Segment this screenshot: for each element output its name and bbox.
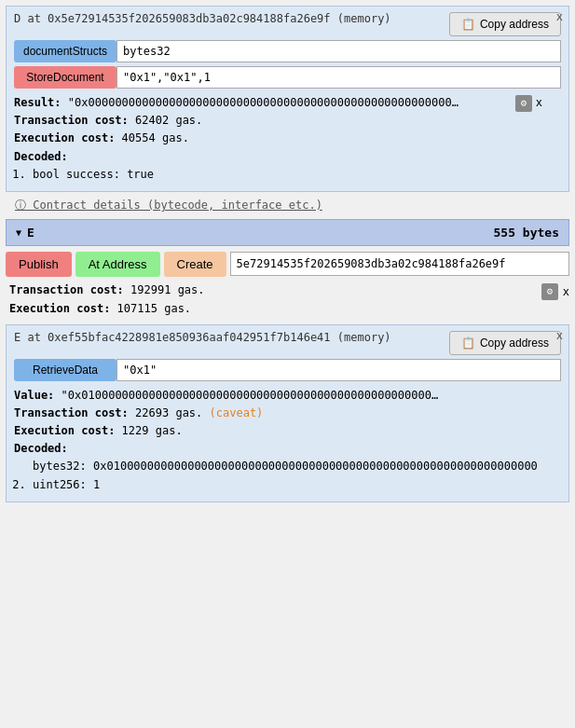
copy-icon-e: 📋 xyxy=(461,337,475,350)
document-structs-input[interactable] xyxy=(116,40,561,62)
create-exec-cost: Execution cost: 107115 gas. xyxy=(9,299,205,318)
tx-cost-d: Transaction cost: 62402 gas. xyxy=(14,112,561,130)
create-tx-cost: Transaction cost: 192991 gas. xyxy=(9,281,205,299)
create-tx-cost-block: Transaction cost: 192991 gas. Execution … xyxy=(9,281,569,319)
contract-e-size: 555 bytes xyxy=(494,226,559,240)
close-instance-d[interactable]: x xyxy=(556,10,563,23)
copy-address-e-button[interactable]: 📋 Copy address xyxy=(449,331,561,355)
document-structs-button[interactable]: documentStructs xyxy=(14,40,116,62)
close-result-d[interactable]: x xyxy=(536,94,542,112)
decoded-item-e-2: uint256: 1 xyxy=(33,476,561,494)
exec-cost-e: Execution cost: 1229 gas. xyxy=(14,422,561,440)
retrieve-data-input[interactable] xyxy=(116,359,561,381)
document-structs-row: documentStructs xyxy=(14,40,561,62)
store-document-row: StoreDocument xyxy=(14,66,561,89)
tx-cost-e: Transaction cost: 22693 gas. (caveat) xyxy=(14,405,561,422)
decoded-label-e: Decoded: xyxy=(14,440,561,458)
contract-e-action-row: Publish At Address Create xyxy=(6,252,569,277)
decoded-item-d-1: bool success: true xyxy=(33,166,561,184)
retrieve-data-row: RetrieveData xyxy=(14,359,561,381)
publish-button[interactable]: Publish xyxy=(6,252,72,277)
at-address-button[interactable]: At Address xyxy=(75,252,160,277)
copy-icon: 📋 xyxy=(461,18,475,31)
caveat-label: (caveat) xyxy=(210,406,264,419)
close-instance-e[interactable]: x xyxy=(556,329,563,342)
result-gear-icon-d[interactable]: ⚙ xyxy=(515,95,532,112)
exec-cost-d: Execution cost: 40554 gas. xyxy=(14,130,561,147)
create-gear-icon[interactable]: ⚙ xyxy=(541,283,558,300)
instance-d-label: D at 0x5e72914535f202659083db3a02c984188… xyxy=(14,12,449,25)
decoded-list-d: bool success: true xyxy=(33,166,561,184)
instance-e-label: E at 0xef55bfac4228981e850936aaf042951f7… xyxy=(14,331,449,344)
contract-details-section: ⓘ Contract details (bytecode, interface … xyxy=(7,198,568,213)
result-block-e: Value: "0x010000000000000000000000000000… xyxy=(14,387,561,494)
contract-e-name: E xyxy=(27,226,34,240)
copy-address-d-button[interactable]: 📋 Copy address xyxy=(449,12,561,36)
retrieve-data-button[interactable]: RetrieveData xyxy=(14,359,116,381)
close-create-tx[interactable]: x xyxy=(563,282,569,301)
instance-d-panel: x D at 0x5e72914535f202659083db3a02c9841… xyxy=(6,6,569,192)
result-value-d: Result: "0x00000000000000000000000000000… xyxy=(14,94,461,112)
store-document-input[interactable] xyxy=(116,66,561,89)
store-document-button[interactable]: StoreDocument xyxy=(14,66,116,89)
contract-details-link[interactable]: ⓘ Contract details (bytecode, interface … xyxy=(15,198,560,213)
instance-e-panel: x E at 0xef55bfac4228981e850936aaf042951… xyxy=(6,324,569,502)
result-value-e: Value: "0x010000000000000000000000000000… xyxy=(14,387,443,405)
collapse-triangle-e[interactable]: ▼ xyxy=(16,227,21,238)
result-block-d: Result: "0x00000000000000000000000000000… xyxy=(14,94,561,184)
decoded-label-d: Decoded: xyxy=(14,148,561,166)
create-address-input[interactable] xyxy=(230,252,569,276)
decoded-list-e: bytes32: 0x01000000000000000000000000000… xyxy=(33,458,561,493)
decoded-item-e-1: bytes32: 0x01000000000000000000000000000… xyxy=(33,458,554,475)
create-button[interactable]: Create xyxy=(164,252,226,277)
contract-e-header: ▼ E 555 bytes xyxy=(6,219,569,246)
